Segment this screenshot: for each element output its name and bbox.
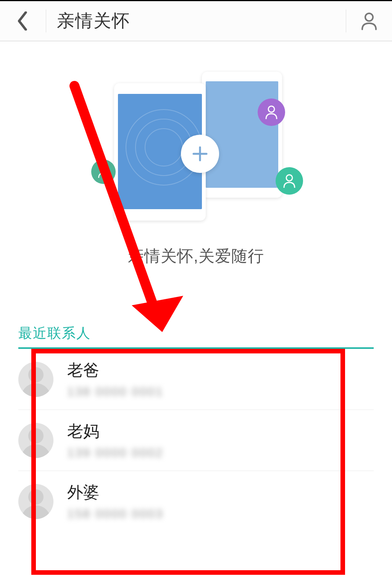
svg-point-2	[100, 166, 106, 172]
contact-name: 外婆	[67, 482, 374, 503]
avatar-icon	[18, 423, 53, 458]
section-title: 最近联系人	[18, 324, 374, 349]
page-title: 亲情关怀	[46, 9, 346, 33]
svg-point-0	[365, 13, 373, 21]
avatar-badge-purple	[258, 98, 285, 126]
contact-phone: 158 0000 0003	[67, 507, 374, 521]
person-icon	[97, 165, 110, 179]
avatar-icon	[18, 484, 53, 519]
hero-illustration	[0, 72, 392, 224]
phone-illustration-right	[202, 72, 282, 198]
app-header: 亲情关怀	[0, 1, 392, 41]
avatar-icon	[18, 362, 53, 397]
hero-tagline: 亲情关怀,关爱随行	[0, 245, 392, 267]
plus-icon	[191, 145, 209, 163]
person-icon	[282, 173, 296, 189]
svg-point-1	[268, 106, 274, 112]
svg-point-3	[286, 175, 292, 181]
recent-contacts-section: 最近联系人 老爸 138 0000 0001 老妈 139 0000 0002 …	[0, 324, 392, 532]
contact-name: 老妈	[67, 421, 374, 442]
contact-name: 老爸	[67, 360, 374, 381]
avatar-badge-teal	[91, 160, 116, 184]
contact-phone: 139 0000 0002	[67, 446, 374, 460]
contact-item[interactable]: 外婆 158 0000 0003	[18, 471, 374, 532]
contact-phone: 138 0000 0001	[67, 385, 374, 399]
avatar-badge-green	[276, 167, 303, 195]
person-icon	[361, 12, 377, 30]
contact-item[interactable]: 老爸 138 0000 0001	[18, 349, 374, 410]
back-button[interactable]	[0, 1, 46, 41]
profile-button[interactable]	[346, 1, 392, 41]
person-icon	[265, 105, 278, 120]
chevron-left-icon	[16, 11, 29, 31]
contact-item[interactable]: 老妈 139 0000 0002	[18, 410, 374, 471]
add-button[interactable]	[181, 135, 219, 173]
